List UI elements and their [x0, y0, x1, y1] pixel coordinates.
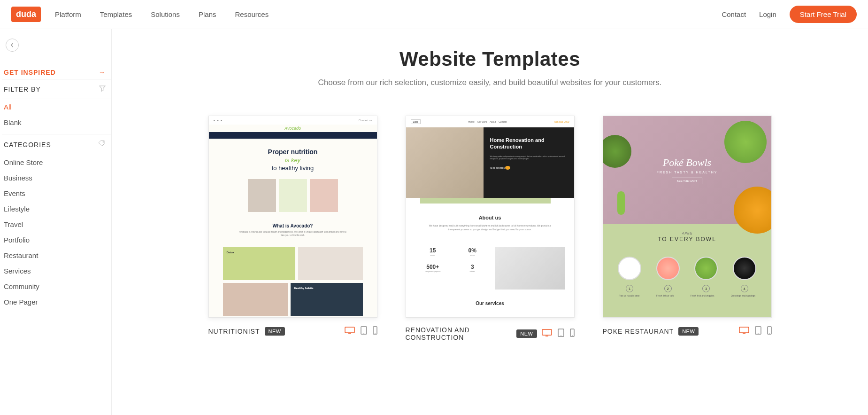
- categories-label: CATEGORIES: [4, 141, 51, 149]
- template-name: POKE RESTAURANT: [603, 328, 674, 335]
- preview-services-title: Our services: [406, 294, 574, 313]
- desktop-icon[interactable]: [542, 329, 552, 338]
- template-thumbnail: Poké Bowls FRESH TASTY & HEALTHY SEE THE…: [603, 116, 772, 318]
- get-inspired-label: GET INSPIRED: [4, 69, 56, 76]
- logo[interactable]: duda: [11, 7, 41, 22]
- layout: GET INSPIRED → FILTER BY All Blank CATEG…: [0, 29, 868, 415]
- contact-link[interactable]: Contact: [722, 10, 746, 18]
- nav-solutions[interactable]: Solutions: [151, 10, 180, 18]
- filter-all[interactable]: All: [2, 99, 111, 115]
- arrow-right-icon: →: [99, 69, 106, 76]
- main-nav: Platform Templates Solutions Plans Resou…: [55, 10, 269, 18]
- back-button[interactable]: [6, 39, 19, 52]
- svg-rect-5: [542, 329, 552, 335]
- svg-rect-10: [739, 327, 749, 333]
- preview-about-title: About us: [425, 215, 555, 220]
- preview-hero-sub: FRESH TASTY & HEALTHY: [657, 171, 718, 174]
- new-badge: NEW: [678, 327, 699, 336]
- svg-point-12: [758, 333, 759, 334]
- desktop-icon[interactable]: [739, 327, 749, 336]
- mobile-icon[interactable]: [570, 329, 575, 339]
- template-name: RENOVATION AND CONSTRUCTION: [406, 326, 512, 341]
- tablet-icon[interactable]: [755, 326, 761, 337]
- template-thumbnail: Logo HomeOur workAboutContact 555-555-00…: [406, 116, 575, 318]
- cat-events[interactable]: Events: [2, 186, 111, 201]
- filter-by-label: FILTER BY: [4, 86, 41, 93]
- template-name: NUTRITIONIST: [208, 328, 260, 335]
- cat-travel[interactable]: Travel: [2, 217, 111, 232]
- new-badge: NEW: [516, 329, 537, 338]
- svg-point-2: [363, 333, 364, 334]
- funnel-icon[interactable]: [99, 85, 106, 93]
- cat-online-store[interactable]: Online Store: [2, 155, 111, 170]
- cat-services[interactable]: Services: [2, 263, 111, 279]
- tag-icon[interactable]: [98, 140, 106, 149]
- nav-plans[interactable]: Plans: [199, 10, 216, 18]
- preview-parts-title: TO EVERY BOWL: [611, 236, 764, 243]
- login-link[interactable]: Login: [759, 10, 776, 18]
- start-free-trial-button[interactable]: Start Free Trial: [790, 6, 857, 23]
- preview-hero-btn: SEE THE CART: [672, 178, 702, 184]
- cat-business[interactable]: Business: [2, 170, 111, 186]
- get-inspired-link[interactable]: GET INSPIRED →: [2, 66, 111, 79]
- cat-community[interactable]: Community: [2, 279, 111, 294]
- tablet-icon[interactable]: [361, 326, 367, 337]
- card-footer: NUTRITIONIST NEW: [208, 326, 377, 337]
- chevron-left-icon: [10, 43, 15, 47]
- top-header: duda Platform Templates Solutions Plans …: [0, 0, 868, 29]
- preview-heading: Proper nutrition: [209, 148, 377, 156]
- template-thumbnail: ●●●Contact us Avocado Proper nutrition i…: [208, 116, 377, 318]
- svg-rect-0: [345, 327, 354, 333]
- template-card-poke[interactable]: Poké Bowls FRESH TASTY & HEALTHY SEE THE…: [603, 116, 772, 341]
- page-title: Website Templates: [135, 48, 845, 70]
- desktop-icon[interactable]: [345, 327, 355, 336]
- header-right: Contact Login Start Free Trial: [722, 6, 857, 23]
- sidebar: GET INSPIRED → FILTER BY All Blank CATEG…: [0, 29, 112, 415]
- nav-platform[interactable]: Platform: [55, 10, 81, 18]
- main-content: Website Templates Choose from our rich s…: [112, 29, 868, 415]
- new-badge: NEW: [265, 327, 285, 336]
- template-card-nutritionist[interactable]: ●●●Contact us Avocado Proper nutrition i…: [208, 116, 377, 341]
- card-footer: POKE RESTAURANT NEW: [603, 326, 772, 337]
- svg-point-4: [375, 333, 376, 334]
- template-grid: ●●●Contact us Avocado Proper nutrition i…: [135, 116, 845, 341]
- filter-by-heading: FILTER BY: [2, 79, 111, 99]
- page-subtitle: Choose from our rich selection, customiz…: [135, 78, 845, 87]
- svg-point-9: [572, 335, 573, 336]
- card-footer: RENOVATION AND CONSTRUCTION NEW: [406, 326, 575, 341]
- preview-hero-title: Poké Bowls: [663, 157, 711, 169]
- cat-one-pager[interactable]: One Pager: [2, 294, 111, 310]
- template-card-renovation[interactable]: Logo HomeOur workAboutContact 555-555-00…: [406, 116, 575, 341]
- mobile-icon[interactable]: [373, 326, 377, 337]
- preview-section-title: What is Avocado?: [209, 223, 377, 228]
- categories-heading: CATEGORIES: [2, 134, 111, 155]
- cat-lifestyle[interactable]: Lifestyle: [2, 201, 111, 217]
- cat-restaurant[interactable]: Restaurant: [2, 248, 111, 263]
- svg-point-7: [561, 335, 561, 336]
- preview-subheading: is key: [209, 157, 377, 164]
- mobile-icon[interactable]: [767, 326, 772, 337]
- svg-point-14: [769, 333, 770, 334]
- nav-resources[interactable]: Resources: [235, 10, 269, 18]
- preview-line3: to healthy living: [209, 164, 377, 172]
- cat-portfolio[interactable]: Portfolio: [2, 232, 111, 248]
- filter-blank[interactable]: Blank: [2, 115, 111, 130]
- nav-templates[interactable]: Templates: [100, 10, 132, 18]
- preview-parts-sub: 4 Parts: [611, 232, 764, 235]
- tablet-icon[interactable]: [558, 329, 564, 339]
